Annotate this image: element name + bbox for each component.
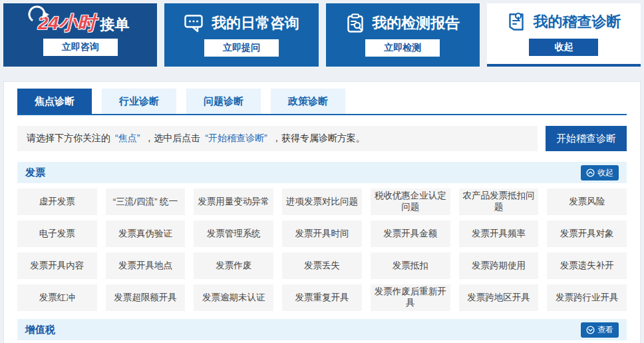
invoice-section-header: 发票 收起 <box>17 162 627 183</box>
chat-bubble-icon <box>184 13 205 33</box>
tag-item[interactable]: 发票开具频率 <box>459 220 539 247</box>
test-now-button[interactable]: 立即检测 <box>365 39 440 57</box>
tag-item[interactable]: 发票用量变动异常 <box>194 188 273 215</box>
tab-policy-diagnosis[interactable]: 政策诊断 <box>271 89 345 114</box>
tag-item[interactable]: 进项发票对比问题 <box>282 188 362 215</box>
ask-now-button[interactable]: 立即提问 <box>204 39 279 57</box>
tag-item[interactable]: 发票风险 <box>547 188 627 215</box>
collapse-card-button[interactable]: 收起 <box>529 39 598 56</box>
consult-now-button[interactable]: 立即咨询 <box>43 39 118 56</box>
vat-view-button[interactable]: 查看 <box>581 322 619 338</box>
invoice-section-title: 发票 <box>25 167 45 179</box>
tag-item[interactable]: 发票管理系统 <box>194 220 273 247</box>
tag-item[interactable]: 农产品发票抵扣问题 <box>459 188 539 215</box>
tag-item[interactable]: 发票作废后重新开具 <box>371 284 450 311</box>
tag-item[interactable]: 发票丢失 <box>282 252 362 279</box>
tag-item[interactable]: 发票作废 <box>194 252 273 279</box>
tag-item[interactable]: 发票真伪验证 <box>106 220 186 247</box>
tag-item[interactable]: 发票跨地区开具 <box>459 284 539 311</box>
document-search-icon <box>506 11 526 33</box>
diagnosis-panel: 焦点诊断 行业诊断 问题诊断 政策诊断 请选择下方你关注的“焦点”，选中后点击“… <box>3 81 641 343</box>
header-card-row: 24小时 接单 立即咨询 我的日常咨询 立即提问 <box>0 0 644 67</box>
chevron-up-circle-icon <box>586 169 595 177</box>
tag-item[interactable]: 发票红冲 <box>17 284 97 311</box>
diagnosis-tabs: 焦点诊断 行业诊断 问题诊断 政策诊断 <box>17 89 627 115</box>
tag-item[interactable]: 发票开具金额 <box>371 220 450 247</box>
tab-industry-diagnosis[interactable]: 行业诊断 <box>102 89 176 114</box>
tab-focus-diagnosis[interactable]: 焦点诊断 <box>17 89 92 114</box>
test-report-title: 我的检测报告 <box>372 16 460 31</box>
chevron-down-circle-icon <box>586 326 595 334</box>
audit-diagnosis-title: 我的稽查诊断 <box>533 15 621 29</box>
invoice-collapse-button[interactable]: 收起 <box>581 165 619 180</box>
instruction-row: 请选择下方你关注的“焦点”，选中后点击“开始稽查诊断”，获得专属诊断方案。 开始… <box>17 126 627 151</box>
tag-item[interactable]: “三流/四流” 统一 <box>106 188 186 215</box>
instruction-text: 请选择下方你关注的“焦点”，选中后点击“开始稽查诊断”，获得专属诊断方案。 <box>17 126 538 151</box>
tag-item[interactable]: 发票重复开具 <box>282 284 362 311</box>
clipboard-search-icon <box>345 13 365 33</box>
tag-item[interactable]: 发票超限额开具 <box>106 284 186 311</box>
tag-item[interactable]: 电子发票 <box>17 220 97 247</box>
tag-item[interactable]: 税收优惠企业认定问题 <box>371 188 450 215</box>
card-daily-consult[interactable]: 我的日常咨询 立即提问 <box>164 3 318 67</box>
focus-highlight: “焦点” <box>115 133 140 145</box>
tag-item[interactable]: 发票逾期未认证 <box>194 284 273 311</box>
tag-item[interactable]: 虚开发票 <box>17 188 97 215</box>
vat-section-header: 增值税 查看 <box>17 319 627 340</box>
tag-item[interactable]: 发票遗失补开 <box>547 252 627 279</box>
tab-problem-diagnosis[interactable]: 问题诊断 <box>186 89 261 114</box>
vat-section-title: 增值税 <box>25 324 55 336</box>
hotline-suffix-label: 接单 <box>100 17 129 33</box>
swoosh-arrow-icon <box>27 5 50 26</box>
tag-item[interactable]: 发票抵扣 <box>371 252 450 279</box>
tag-item[interactable]: 发票开具内容 <box>17 252 97 279</box>
tag-item[interactable]: 发票跨期使用 <box>459 252 539 279</box>
tag-item[interactable]: 发票开具时间 <box>282 220 362 247</box>
start-audit-diagnosis-button[interactable]: 开始稽查诊断 <box>546 126 627 151</box>
card-test-report[interactable]: 我的检测报告 立即检测 <box>326 3 480 67</box>
card-audit-diagnosis[interactable]: 我的稽查诊断 收起 <box>487 3 641 67</box>
start-audit-highlight: “开始稽查诊断” <box>205 133 267 145</box>
card-24h-hotline[interactable]: 24小时 接单 立即咨询 <box>3 3 157 67</box>
tag-item[interactable]: 发票跨行业开具 <box>547 284 627 311</box>
tag-item[interactable]: 发票开具对象 <box>547 220 627 247</box>
invoice-tag-grid: 虚开发票“三流/四流” 统一发票用量变动异常进项发票对比问题税收优惠企业认定问题… <box>17 188 627 311</box>
hotline-title: 24小时 接单 <box>31 14 129 33</box>
tag-item[interactable]: 发票开具地点 <box>106 252 186 279</box>
daily-consult-title: 我的日常咨询 <box>212 16 299 31</box>
